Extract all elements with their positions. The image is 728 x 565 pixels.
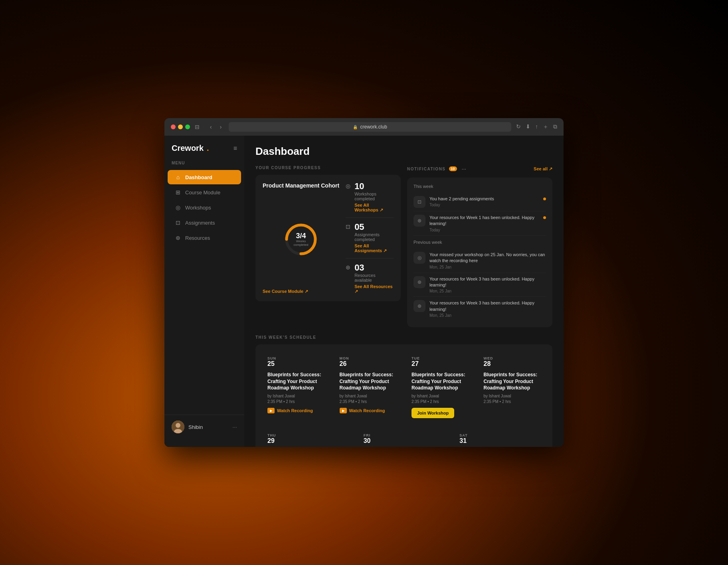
day-badge-tue: TUE 27	[411, 356, 469, 367]
day-num-tue: 27	[411, 360, 419, 367]
workshop-title-wed: Blueprints for Success: Crafting Your Pr…	[484, 371, 541, 391]
sidebar-item-dashboard[interactable]: ⌂ Dashboard	[168, 170, 241, 184]
workshops-stat-row: ◎ 10 Workshopscompleted See All Workshop…	[346, 182, 394, 213]
sidebar-toggle-icon[interactable]: ⊟	[195, 124, 200, 130]
minimize-dot[interactable]	[178, 124, 183, 129]
day-badge-sun: SUN 25	[267, 356, 324, 367]
notif-text-1: Your resources for Week 1 has been unloc…	[429, 215, 539, 232]
assignments-stat-info: 05 Assignmentscompleted See All Assignme…	[354, 223, 394, 253]
notif-time-3: Mon, 25 Jan	[429, 289, 546, 293]
close-dot[interactable]	[171, 124, 176, 129]
sidebar-item-assignments-label: Assignments	[185, 220, 215, 226]
see-all-resources-link[interactable]: See All Resources ↗	[354, 284, 394, 294]
schedule-card-sun: SUN 25 Blueprints for Success: Crafting …	[262, 351, 330, 424]
app-container: Crework. ≡ MENU ⌂ Dashboard ⊞ Course Mod…	[164, 136, 564, 447]
see-all-assignments-link[interactable]: See All Assignments ↗	[354, 243, 394, 253]
course-name-column: Product Management Cohort 3/4 Weeks comp…	[263, 182, 339, 294]
notifications-card: This week ⊡ You have 2 pending assignmen…	[407, 178, 552, 327]
avatar	[172, 421, 184, 433]
maximize-dot[interactable]	[185, 124, 190, 129]
notif-msg-2: Your missed your workshop on 25 Jan. No …	[429, 252, 546, 264]
notifications-header: NOTIFICATIONS 10 ··· See all ↗	[407, 166, 552, 172]
assignments-stat-icon: ⊡	[346, 223, 350, 230]
course-name: Product Management Cohort	[263, 182, 339, 189]
user-more-button[interactable]: ···	[232, 424, 237, 430]
workshop-title-tue: Blueprints for Success: Crafting Your Pr…	[411, 371, 469, 391]
user-name: Shibin	[188, 424, 228, 430]
course-module-icon: ⊞	[175, 189, 181, 196]
day-badge-sat: SAT 31	[459, 433, 540, 444]
workshop-time-sun: 2:35 PM • 2 hrs	[267, 399, 324, 404]
sidebar-item-resources[interactable]: ⊛ Resources	[168, 231, 241, 245]
day-name-mon: MON	[340, 356, 349, 360]
download-icon[interactable]: ⬇	[526, 123, 530, 130]
notif-icon-2: ◎	[413, 252, 425, 264]
see-all-workshops-link[interactable]: See All Workshops ↗	[354, 203, 394, 213]
notifications-see-all-link[interactable]: See all ↗	[534, 166, 552, 172]
nav-items: ⌂ Dashboard ⊞ Course Module ◎ Workshops …	[164, 169, 244, 415]
workshop-title-sun: Blueprints for Success: Crafting Your Pr…	[267, 371, 324, 391]
day-name-tue: TUE	[411, 356, 420, 360]
address-bar[interactable]: 🔒 crework.club	[229, 122, 511, 132]
watch-recording-button-mon[interactable]: ▶ Watch Recording	[340, 408, 397, 413]
join-workshop-button-tue[interactable]: Join Workshop	[411, 408, 454, 418]
watch-icon-sun: ▶	[267, 408, 275, 413]
back-button[interactable]: ‹	[208, 123, 214, 131]
share-icon[interactable]: ↑	[535, 123, 538, 130]
notif-time-4: Mon, 25 Jan	[429, 313, 546, 318]
workshops-stat-icon: ◎	[346, 183, 350, 189]
notification-item-0: ⊡ You have 2 pending assignments Today	[413, 193, 546, 211]
forward-button[interactable]: ›	[218, 123, 224, 131]
notifications-section: NOTIFICATIONS 10 ··· See all ↗ This week…	[407, 166, 552, 327]
sidebar-item-course-module[interactable]: ⊞ Course Module	[168, 185, 241, 200]
day-num-wed: 28	[484, 360, 491, 367]
assignments-icon: ⊡	[175, 219, 181, 226]
day-name-fri: FRI	[364, 433, 371, 437]
progress-ring-svg: 3/4 Weeks completed	[283, 221, 319, 257]
notifications-title: NOTIFICATIONS	[407, 167, 446, 171]
assignments-stat-number: 05	[354, 222, 364, 232]
browser-window: ⊟ ‹ › 🔒 crework.club ↻ ⬇ ↑ ＋ ⧉ Crework. …	[164, 118, 564, 447]
day-num-thu: 29	[267, 437, 275, 444]
sidebar-item-assignments[interactable]: ⊡ Assignments	[168, 215, 241, 230]
menu-toggle-button[interactable]: ≡	[233, 145, 237, 152]
sidebar-item-workshops[interactable]: ◎ Workshops	[168, 200, 241, 215]
notif-unread-dot-0	[543, 198, 546, 200]
progress-card: Product Management Cohort 3/4 Weeks comp…	[255, 175, 401, 301]
see-course-module-link[interactable]: See Course Module ↗	[263, 289, 339, 294]
notification-item-3: ⊛ Your resources for Week 3 has been unl…	[413, 273, 546, 297]
notif-icon-1: ⊛	[413, 215, 425, 227]
schedule-card-mon: MON 26 Blueprints for Success: Crafting …	[334, 351, 402, 424]
schedule-card-wed: WED 28 Blueprints for Success: Crafting …	[478, 351, 546, 424]
url-text: crework.club	[360, 124, 387, 130]
workshops-icon: ◎	[175, 204, 181, 211]
notif-text-0: You have 2 pending assignments Today	[429, 196, 539, 207]
watch-recording-label-mon: Watch Recording	[349, 408, 385, 413]
notif-text-4: Your resources for Week 3 has been unloc…	[429, 300, 546, 318]
stat-divider-2	[346, 258, 394, 259]
notifications-more-button[interactable]: ···	[462, 166, 467, 172]
schedule-card-fri: FRI 30 Blueprints for Success: Crafting …	[358, 428, 450, 447]
tabs-icon[interactable]: ⧉	[553, 123, 557, 130]
day-badge-thu: THU 29	[267, 433, 348, 444]
dashboard-icon: ⌂	[175, 174, 181, 180]
assignments-stat-row: ⊡ 05 Assignmentscompleted See All Assign…	[346, 223, 394, 253]
sidebar: Crework. ≡ MENU ⌂ Dashboard ⊞ Course Mod…	[164, 136, 244, 447]
browser-actions: ↻ ⬇ ↑ ＋ ⧉	[516, 123, 557, 130]
resources-stat-desc: Resourcesavailable	[354, 273, 394, 282]
schedule-section: THIS WEEK'S SCHEDULE SUN 25 Blueprints f…	[255, 335, 552, 447]
top-row: YOUR COURSE PROGRESS Product Management …	[255, 166, 552, 327]
resources-stat-info: 03 Resourcesavailable See All Resources …	[354, 263, 394, 294]
reload-icon[interactable]: ↻	[516, 123, 521, 130]
watch-recording-button-sun[interactable]: ▶ Watch Recording	[267, 408, 324, 413]
new-tab-icon[interactable]: ＋	[543, 123, 548, 130]
schedule-grid: SUN 25 Blueprints for Success: Crafting …	[262, 351, 546, 424]
browser-nav: ‹ ›	[208, 123, 224, 131]
day-num-mon: 26	[340, 360, 347, 367]
notif-time-0: Today	[429, 203, 539, 207]
this-week-label: This week	[413, 184, 546, 189]
browser-dots	[171, 124, 190, 129]
lock-icon: 🔒	[353, 125, 358, 129]
notif-msg-1: Your resources for Week 1 has been unloc…	[429, 215, 539, 227]
notif-text-3: Your resources for Week 3 has been unloc…	[429, 276, 546, 294]
